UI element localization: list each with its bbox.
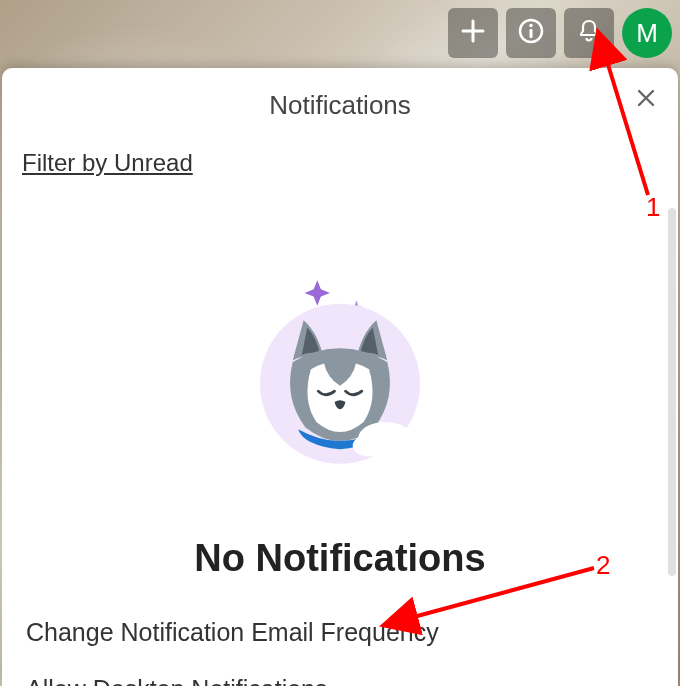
svg-rect-2 [530, 29, 533, 38]
filter-by-unread-link[interactable]: Filter by Unread [22, 149, 658, 177]
scrollbar[interactable] [668, 208, 676, 576]
avatar-initial: M [636, 18, 658, 49]
svg-point-5 [353, 435, 386, 457]
allow-desktop-notifications-link[interactable]: Allow Desktop Notifications [26, 661, 654, 686]
svg-point-1 [529, 24, 533, 28]
empty-state: No Notifications Change Notification Ema… [2, 177, 678, 686]
change-email-frequency-link[interactable]: Change Notification Email Frequency [26, 604, 654, 661]
info-icon [517, 17, 545, 49]
info-button[interactable] [506, 8, 556, 58]
empty-illustration [240, 257, 440, 487]
avatar[interactable]: M [622, 8, 672, 58]
panel-title: Notifications [22, 90, 658, 121]
new-button[interactable] [448, 8, 498, 58]
header-toolbar: M [448, 8, 672, 58]
empty-title: No Notifications [194, 537, 485, 580]
bell-icon [576, 18, 602, 48]
plus-icon [460, 18, 486, 48]
notifications-panel: Notifications Filter by Unread [2, 68, 678, 686]
close-icon [636, 86, 656, 114]
close-button[interactable] [632, 86, 660, 114]
notifications-button[interactable] [564, 8, 614, 58]
panel-links: Change Notification Email Frequency Allo… [2, 580, 678, 686]
panel-header: Notifications [2, 68, 678, 135]
